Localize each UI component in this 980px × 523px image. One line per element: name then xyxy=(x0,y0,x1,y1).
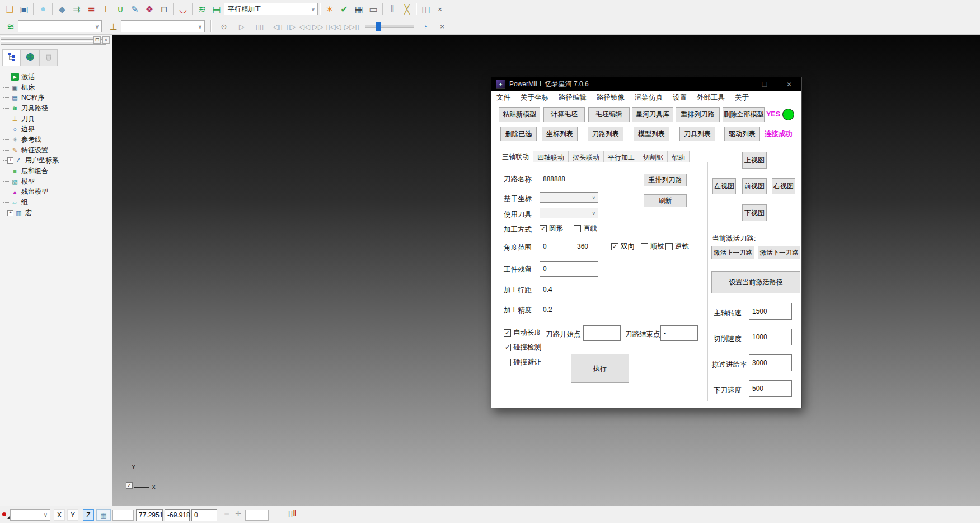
panel-grip[interactable] xyxy=(1,36,106,40)
tree-item-tools[interactable]: ⊥刀具 xyxy=(3,114,112,124)
tree-item-machine[interactable]: ▣机床 xyxy=(3,82,112,93)
coord-y-field[interactable]: -69.918 xyxy=(165,509,190,521)
explorer-tree-tab[interactable] xyxy=(2,49,21,66)
skim-feed-input[interactable]: 3000 xyxy=(749,354,792,371)
view-bottom-button[interactable]: 下视图 xyxy=(742,204,767,221)
calc-stock-button[interactable]: 计算毛坯 xyxy=(543,107,585,122)
rewind-icon[interactable]: ◁◁ xyxy=(298,20,311,33)
spindle-speed-input[interactable]: 1500 xyxy=(749,303,792,320)
set-active-path-button[interactable]: 设置当前激活路径 xyxy=(711,271,800,293)
toolpath-coil-icon[interactable]: ≋ xyxy=(195,2,209,16)
collision-avoid-checkbox[interactable] xyxy=(504,359,511,366)
sim-toolpath-dropdown[interactable]: ∨ xyxy=(18,20,102,32)
feature-set-icon[interactable]: ❖ xyxy=(142,2,157,16)
end-point-input[interactable]: - xyxy=(660,325,698,341)
coord-z-field[interactable]: 0 xyxy=(191,509,217,521)
strategy-dropdown[interactable]: 平行精加工 ∨ xyxy=(224,3,318,15)
cylinders-icon[interactable]: ◫ xyxy=(419,2,433,16)
ruler-icon[interactable]: ▭ xyxy=(366,2,381,16)
fast-forward-icon[interactable]: ▷▷ xyxy=(311,20,325,33)
explorer-trash-tab[interactable] xyxy=(39,49,58,66)
tool-select-icon[interactable]: ⊥ xyxy=(106,19,121,34)
activate-prev-toolpath-button[interactable]: 激活上一刀路 xyxy=(711,246,754,259)
simulation-icon[interactable]: ◡ xyxy=(176,2,190,16)
toolpath-coil-icon[interactable]: ≋ xyxy=(3,19,18,34)
stock-allowance-input[interactable]: 0 xyxy=(540,261,598,277)
draw-mode-button[interactable] xyxy=(2,511,10,519)
maximize-button[interactable]: ☐ xyxy=(752,77,777,91)
collision-check-checkbox[interactable]: ✓ xyxy=(504,344,511,351)
circular-checkbox[interactable]: ✓ xyxy=(540,225,547,232)
activate-next-toolpath-button[interactable]: 激活下一刀路 xyxy=(758,246,800,259)
tree-item-feature-sets[interactable]: ✎特征设置 xyxy=(3,145,112,156)
status-dropdown[interactable]: ∨ xyxy=(10,509,50,521)
step-forward-icon[interactable]: ▯▷ xyxy=(284,20,298,33)
sphere-shade-icon[interactable]: ● xyxy=(36,2,50,16)
start-point-input[interactable] xyxy=(583,325,621,341)
calculator-icon[interactable]: ▦ xyxy=(351,2,366,16)
grid-size-field[interactable] xyxy=(112,510,134,521)
close-button[interactable]: ✕ xyxy=(777,77,801,91)
panel-grip[interactable] xyxy=(1,41,106,45)
bulb-icon[interactable]: ⊙ xyxy=(217,20,231,33)
minimize-button[interactable]: — xyxy=(728,77,752,91)
toolpath-draft-icon[interactable]: ⇉ xyxy=(69,2,84,16)
axis-x-button[interactable]: X xyxy=(54,509,65,521)
tree-item-activate[interactable]: ▶激活 xyxy=(3,72,112,82)
panel-close-button[interactable]: × xyxy=(102,36,110,44)
play-icon[interactable]: ▷ xyxy=(235,20,248,33)
view-front-button[interactable]: 前视图 xyxy=(742,178,767,194)
strategy-list-icon[interactable]: ▤ xyxy=(209,2,224,16)
simulation-speed-slider[interactable] xyxy=(365,25,414,28)
climb-checkbox[interactable] xyxy=(641,243,648,250)
tree-item-boundaries[interactable]: ○边界 xyxy=(3,124,112,134)
auto-length-checkbox[interactable]: ✓ xyxy=(504,329,511,337)
tool-list-button[interactable]: 刀具列表 xyxy=(679,127,715,141)
tree-item-nc-program[interactable]: ▤NC程序 xyxy=(3,92,112,103)
panel-float-button[interactable]: ⊡ xyxy=(93,36,101,44)
toolpath-list-button[interactable]: 刀路列表 xyxy=(588,127,623,141)
tree-item-workplanes[interactable]: +∠用户坐标系 xyxy=(3,156,112,166)
nc-program-icon[interactable]: ≣ xyxy=(84,2,99,16)
compass-icon[interactable]: ✛ xyxy=(235,510,241,518)
coord-x-field[interactable]: 77.2951 xyxy=(136,509,163,521)
ball-tool-icon[interactable]: ⊥ xyxy=(99,2,113,16)
clock-icon[interactable]: ◔ xyxy=(419,20,432,33)
bidirectional-checkbox[interactable]: ✓ xyxy=(611,243,618,250)
dialog-titlebar[interactable]: ✦ PowerMILL 忆梦星河 7.0.6 — ☐ ✕ xyxy=(491,77,801,91)
refresh-button[interactable]: 刷新 xyxy=(644,194,687,207)
tab-3axis[interactable]: 三轴联动 xyxy=(498,151,533,165)
block-icon[interactable]: ◆ xyxy=(55,2,69,16)
coords-list-icon[interactable]: ≣ xyxy=(224,510,230,518)
tool-holder-icon[interactable]: ⊓ xyxy=(157,2,171,16)
tool-library-button[interactable]: 星河刀具库 xyxy=(632,107,673,122)
grid-toggle-button[interactable]: ▦ xyxy=(96,509,111,521)
device-pause-icon[interactable]: ▯‖ xyxy=(288,508,296,519)
view-right-button[interactable]: 右视图 xyxy=(772,178,795,194)
axis-z-button[interactable]: Z xyxy=(83,509,94,521)
menu-external-tools[interactable]: 外部工具 xyxy=(692,91,730,104)
save-icon[interactable]: ▣ xyxy=(17,2,31,16)
rearrange-button[interactable]: 重排列刀路 xyxy=(644,174,687,186)
axis-y-button[interactable]: Y xyxy=(67,509,78,521)
model-list-button[interactable]: 模型列表 xyxy=(634,127,669,141)
toolpath-verify-icon[interactable]: ✶ xyxy=(322,2,337,16)
boundary-icon[interactable]: ∪ xyxy=(113,2,128,16)
angle-to-input[interactable]: 360 xyxy=(574,239,603,254)
skip-end-icon[interactable]: ▷▷▯ xyxy=(343,20,360,33)
based-coord-select[interactable]: ∨ xyxy=(540,192,598,203)
menu-render-sim[interactable]: 渲染仿真 xyxy=(630,91,668,104)
view-left-button[interactable]: 左视图 xyxy=(712,178,736,194)
conventional-checkbox[interactable] xyxy=(665,243,673,250)
sim-tool-dropdown[interactable]: ∨ xyxy=(121,20,205,32)
skip-start-icon[interactable]: ▯◁◁ xyxy=(325,20,343,33)
tool-swap-icon[interactable]: ╳ xyxy=(400,2,414,16)
rearrange-toolpaths-button[interactable]: 重排列刀路 xyxy=(676,107,720,122)
menu-path-mirror[interactable]: 路径镜像 xyxy=(592,91,630,104)
menu-file[interactable]: 文件 xyxy=(491,91,515,104)
execute-button[interactable]: 执行 xyxy=(571,354,629,383)
drive-list-button[interactable]: 驱动列表 xyxy=(724,127,760,141)
menu-about[interactable]: 关于 xyxy=(730,91,754,104)
tree-item-patterns[interactable]: ✳参考线 xyxy=(3,134,112,145)
toolbar-close-icon[interactable]: × xyxy=(433,2,447,16)
